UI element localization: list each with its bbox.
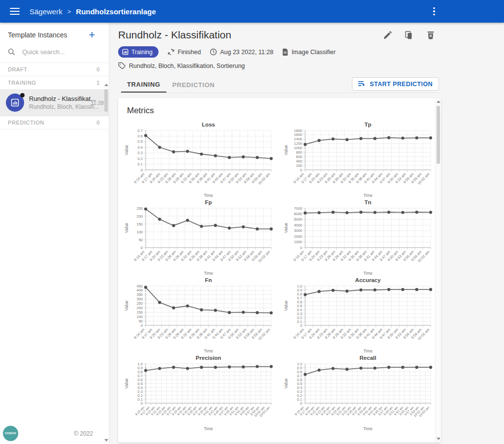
status-badge-label: Training <box>131 49 153 56</box>
chart-tn: 010002000300040005000600070009:14 am9:17… <box>283 198 434 276</box>
svg-text:0.3: 0.3 <box>138 151 143 155</box>
svg-text:0: 0 <box>300 168 302 172</box>
svg-text:0.5: 0.5 <box>138 139 143 144</box>
app-bar: Sägewerk > Rundholzsortieranlage <box>0 0 504 23</box>
timestamp: Aug 23 2022, 11:28 <box>210 48 273 56</box>
svg-text:0.6: 0.6 <box>138 134 143 138</box>
svg-text:Value: Value <box>284 222 288 233</box>
chart-plot: 0200400600800100012001400160018009:14 am… <box>283 121 434 198</box>
search-input[interactable] <box>22 48 91 56</box>
scrollbar-thumb[interactable] <box>437 106 440 164</box>
sidebar-item-rundholz-klassifikation[interactable]: Rundholz - Klassifikat... Rundholz, Bloc… <box>0 90 109 116</box>
scroll-up-arrow-icon[interactable] <box>104 84 108 86</box>
start-prediction-button[interactable]: START PREDICTION <box>352 77 439 91</box>
state-label: Finished <box>178 49 201 56</box>
svg-text:0.6: 0.6 <box>138 378 143 382</box>
state-indicator: Finished <box>167 48 201 56</box>
svg-text:1000: 1000 <box>294 146 302 150</box>
sidebar-section-draft[interactable]: DRAFT 0 <box>0 63 109 76</box>
svg-text:0.1: 0.1 <box>138 162 143 166</box>
svg-text:0.1: 0.1 <box>138 397 143 402</box>
svg-text:2000: 2000 <box>294 234 302 239</box>
delete-icon <box>427 31 435 39</box>
metrics-grid: 00.10.20.30.40.50.60.79:14 am9:17 am9:20… <box>123 121 431 432</box>
metrics-scrollbar[interactable] <box>435 98 441 443</box>
svg-text:150: 150 <box>136 310 143 315</box>
chart-precision: 00.10.20.30.40.50.60.70.80.91.09:15 am9:… <box>123 354 275 432</box>
sidebar-scrollbar[interactable] <box>103 81 109 444</box>
status-badge: Training <box>118 46 158 58</box>
app-title: Sägewerk <box>30 7 63 16</box>
svg-text:4000: 4000 <box>294 223 302 227</box>
svg-text:50: 50 <box>139 238 143 242</box>
section-count: 1 <box>96 80 100 86</box>
svg-text:7000: 7000 <box>294 206 302 211</box>
svg-text:250: 250 <box>136 206 143 211</box>
chart-recall: 00.10.20.30.40.50.60.70.80.91.09:15 am9:… <box>283 354 434 432</box>
svg-text:Time: Time <box>204 426 213 431</box>
svg-text:0.5: 0.5 <box>138 381 143 386</box>
tags-label: Rundholz, Bloch, Klassifikation, Sortier… <box>129 63 245 69</box>
svg-text:0.7: 0.7 <box>297 296 302 300</box>
svg-text:5000: 5000 <box>294 217 302 222</box>
copy-icon <box>405 31 413 39</box>
svg-text:Value: Value <box>124 378 129 388</box>
add-instance-button[interactable]: + <box>89 31 95 39</box>
section-label: DRAFT <box>8 66 28 72</box>
svg-text:200: 200 <box>136 214 143 219</box>
svg-text:0.8: 0.8 <box>297 370 302 374</box>
bar-chart-icon <box>122 49 128 55</box>
scrollbar-thumb[interactable] <box>104 89 108 112</box>
svg-text:0.7: 0.7 <box>297 374 302 378</box>
svg-text:50: 50 <box>139 319 143 323</box>
edit-button[interactable] <box>382 30 393 40</box>
timestamp-label: Aug 23 2022, 11:28 <box>220 49 273 56</box>
svg-text:Value: Value <box>124 222 129 233</box>
svg-text:350: 350 <box>136 292 143 297</box>
svg-text:100: 100 <box>136 315 143 319</box>
svg-text:200: 200 <box>296 163 302 168</box>
svg-text:1000: 1000 <box>294 240 302 244</box>
svg-text:0.9: 0.9 <box>138 366 143 370</box>
svg-text:0.1: 0.1 <box>297 397 302 402</box>
svg-text:0.3: 0.3 <box>297 312 302 316</box>
metrics-heading: Metrics <box>127 106 431 116</box>
svg-text:0.4: 0.4 <box>138 385 143 390</box>
menu-icon[interactable] <box>10 8 20 15</box>
svg-text:6000: 6000 <box>294 212 302 216</box>
svg-text:Precision: Precision <box>196 355 221 361</box>
svg-text:0.2: 0.2 <box>138 393 143 398</box>
svg-text:0.9: 0.9 <box>297 366 302 370</box>
instance-avatar <box>6 94 24 112</box>
tab-training[interactable]: TRAINING <box>121 77 166 93</box>
chart-plot: 00.10.20.30.40.50.60.70.80.91.09:14 am9:… <box>283 276 434 354</box>
delete-button[interactable] <box>425 30 436 40</box>
svg-text:0: 0 <box>141 168 143 172</box>
svg-text:1200: 1200 <box>294 141 302 146</box>
kebab-menu-icon[interactable] <box>429 6 439 17</box>
scroll-down-arrow-icon[interactable] <box>437 438 441 440</box>
svg-text:400: 400 <box>296 159 302 163</box>
svg-text:150: 150 <box>136 222 143 226</box>
scroll-up-arrow-icon[interactable] <box>437 100 441 103</box>
chart-tp: 0200400600800100012001400160018009:14 am… <box>283 121 434 198</box>
svg-text:Fn: Fn <box>205 277 212 283</box>
svg-text:Time: Time <box>363 426 373 431</box>
duplicate-button[interactable] <box>404 30 414 40</box>
svg-text:0.4: 0.4 <box>297 308 302 312</box>
sidebar-section-training[interactable]: TRAINING 1 <box>0 76 109 90</box>
section-label: TRAINING <box>8 80 36 86</box>
svg-text:Tp: Tp <box>364 122 371 127</box>
breadcrumb: Rundholzsortieranlage <box>76 7 156 16</box>
status-dot <box>20 93 25 97</box>
svg-text:0: 0 <box>300 401 302 406</box>
chart-plot: 00.10.20.30.40.50.60.79:14 am9:17 am9:20… <box>123 121 275 198</box>
sidebar-section-prediction[interactable]: PREDICTION 0 <box>0 116 109 129</box>
svg-text:0.2: 0.2 <box>297 316 302 320</box>
svg-text:Value: Value <box>284 145 288 155</box>
tab-prediction[interactable]: PREDICTION <box>166 77 220 93</box>
svg-text:1.0: 1.0 <box>297 362 302 366</box>
svg-text:100: 100 <box>136 230 143 234</box>
tags-row: Rundholz, Bloch, Klassifikation, Sortier… <box>118 62 441 69</box>
svg-text:Time: Time <box>363 193 373 198</box>
